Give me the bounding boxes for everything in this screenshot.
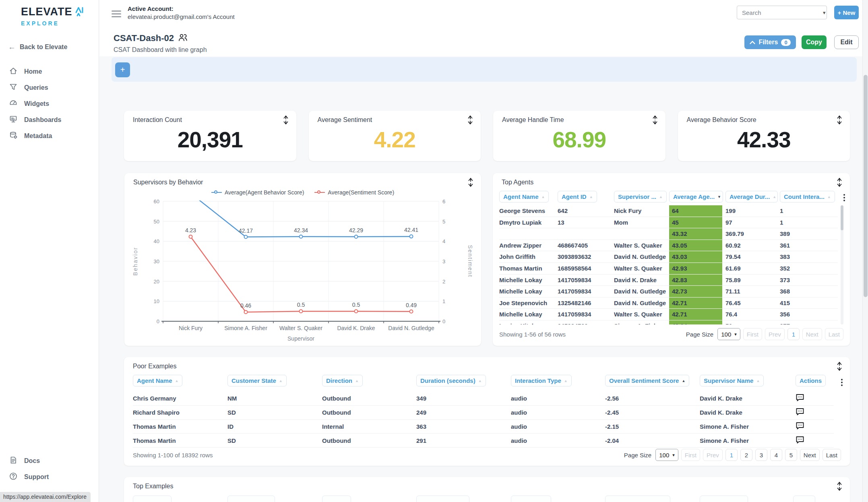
copy-button[interactable]: Copy — [802, 35, 827, 49]
top-agents-card: Top Agents Agent Name▲Agent ID▲Superviso… — [493, 173, 850, 346]
column-header-agent-name[interactable]: Agent Name▲ — [133, 375, 182, 386]
pager-5-button[interactable]: 5 — [785, 449, 797, 461]
sidebar-item-label: Queries — [24, 84, 48, 91]
column-header-overall-sentiment-score[interactable]: Overall Sentiment Score▲ — [605, 375, 689, 386]
legend-item[interactable]: Average(Sentiment Score) — [314, 189, 394, 196]
sidebar-item-queries[interactable]: Queries — [0, 80, 99, 96]
legend-item[interactable]: Average(Agent Behavior Score) — [211, 189, 304, 196]
expand-icon[interactable] — [835, 178, 843, 187]
sidebar-item-metadata[interactable]: Metadata — [0, 128, 99, 144]
expand-icon[interactable] — [835, 362, 843, 371]
table-row[interactable]: George Stevens642Nick Fury641991 — [499, 205, 838, 217]
top-agents-table-body: George Stevens642Nick Fury641991Dmytro L… — [499, 205, 838, 324]
search-input[interactable] — [741, 9, 823, 17]
column-header[interactable] — [133, 496, 172, 502]
column-header[interactable] — [416, 496, 469, 502]
cell: 76.45 — [725, 297, 780, 309]
support-icon — [9, 472, 18, 482]
filters-button[interactable]: Filters 0 — [744, 35, 796, 49]
cell: 13 — [558, 217, 614, 228]
sidebar-item-dashboards[interactable]: Dashboards — [0, 112, 99, 128]
comment-icon[interactable] — [796, 408, 834, 417]
sidebar-item-widgets[interactable]: Widgets — [0, 96, 99, 112]
expand-icon[interactable] — [835, 482, 843, 491]
chevron-up-icon — [750, 41, 755, 44]
cell: Simone A. Fisher — [614, 320, 669, 324]
top-agents-header-row: Agent Name▲Agent ID▲Supervisor ...▲Avera… — [499, 191, 838, 202]
pager-next-button[interactable]: Next — [800, 449, 820, 461]
pager-2-button[interactable]: 2 — [740, 449, 752, 461]
table-row[interactable]: John Griffith3093893632David N. Gutledge… — [499, 251, 838, 263]
page-scrollbar[interactable] — [862, 0, 868, 502]
column-header[interactable] — [322, 496, 351, 502]
table-row[interactable]: Joe Stepenovich1325482146David N. Gutled… — [499, 297, 838, 309]
column-menu-icon[interactable] — [843, 194, 845, 201]
expand-icon[interactable] — [651, 116, 659, 124]
pager-4-button[interactable]: 4 — [770, 449, 782, 461]
comment-icon[interactable] — [796, 422, 834, 431]
table-row[interactable]: 43.32369.79389 — [499, 228, 838, 240]
table-row[interactable]: Michelle Lokay1417059834David K. Drake42… — [499, 275, 838, 286]
edit-button[interactable]: Edit — [834, 35, 859, 49]
column-header-agent-id[interactable]: Agent ID▲ — [558, 191, 597, 202]
column-label: Direction — [326, 377, 352, 384]
column-header-direction[interactable]: Direction▲ — [322, 375, 363, 386]
hamburger-menu-icon[interactable] — [112, 10, 121, 19]
column-header-customer-state[interactable]: Customer State▲ — [227, 375, 287, 386]
sidebar-item-home[interactable]: Home — [0, 64, 99, 80]
pager-1-button[interactable]: 1 — [725, 449, 738, 461]
search-combobox[interactable]: ▾ — [737, 6, 827, 19]
page-size-select[interactable]: 100▾ — [655, 449, 678, 461]
table-row[interactable]: Michelle Lokay1417059834Walter S. Quaker… — [499, 309, 838, 320]
sidebar-item-support[interactable]: Support — [0, 469, 99, 485]
chevron-down-icon[interactable]: ▾ — [823, 10, 826, 16]
column-header[interactable] — [605, 496, 670, 502]
cell: Walter S. Quaker — [614, 240, 669, 251]
table-row[interactable]: Thomas MartinIDInternal363audio-2.15Simo… — [133, 420, 834, 434]
column-header[interactable] — [511, 496, 551, 502]
table-row[interactable]: Louise Kitchen645384729Simone A. Fisher4… — [499, 320, 838, 324]
svg-text:20: 20 — [154, 279, 159, 285]
column-header-interaction-type[interactable]: Interaction Type▲ — [511, 375, 572, 386]
expand-icon[interactable] — [466, 116, 474, 124]
table-row[interactable]: Richard ShapiroSDOutbound249audio-2.45Da… — [133, 406, 834, 420]
app-root: ELEVATE EXPLORE ← Back to Elevate HomeQu… — [0, 0, 868, 502]
pager-3-button[interactable]: 3 — [755, 449, 767, 461]
table-row[interactable]: Andrew Zipper468667405Walter S. Quaker43… — [499, 240, 838, 252]
table-row[interactable]: Thomas MartinSDOutbound291audio-2.04Simo… — [133, 434, 834, 448]
pager-1-button[interactable]: 1 — [787, 328, 800, 340]
column-header-average-dur[interactable]: Average Dur...▲ — [725, 191, 778, 202]
expand-icon[interactable] — [282, 116, 290, 124]
column-header-count-intera[interactable]: Count Intera...▲ — [780, 191, 835, 202]
cell: 249 — [416, 409, 511, 416]
page-size-select[interactable]: 100▾ — [717, 328, 740, 340]
back-to-elevate-link[interactable]: ← Back to Elevate — [8, 43, 67, 52]
comment-icon[interactable] — [796, 436, 834, 445]
column-header[interactable] — [793, 496, 815, 502]
column-header-duration-seconds[interactable]: Duration (seconds)▲ — [416, 375, 486, 386]
table-row[interactable]: Michelle Lokay1417059834David N. Gutledg… — [499, 286, 838, 297]
table-row[interactable]: Thomas Martin1685958564Walter S. Quaker4… — [499, 263, 838, 275]
expand-icon[interactable] — [467, 178, 475, 187]
kpi-row: Interaction Count20,391Average Sentiment… — [124, 111, 850, 161]
scrollbar-thumb[interactable] — [864, 75, 868, 297]
add-filter-button[interactable]: + — [115, 62, 130, 77]
comment-icon[interactable] — [796, 394, 834, 403]
column-menu-icon[interactable] — [841, 379, 843, 386]
new-button[interactable]: + New — [834, 6, 859, 19]
column-header[interactable] — [700, 496, 748, 502]
table-scrollbar[interactable] — [841, 205, 843, 324]
table-row[interactable]: Dmytro Lupiak13Mom45971 — [499, 217, 838, 229]
sidebar: ELEVATE EXPLORE ← Back to Elevate HomeQu… — [0, 0, 99, 502]
column-header-average-age[interactable]: Average Age...▼ — [669, 191, 723, 202]
column-header-actions[interactable]: Actions — [796, 375, 826, 386]
column-header-supervisor[interactable]: Supervisor ...▲ — [614, 191, 667, 202]
column-header-agent-name[interactable]: Agent Name▲ — [499, 191, 549, 202]
column-header[interactable] — [227, 496, 275, 502]
table-row[interactable]: Chris GermanyNMOutbound349audio-2.56Davi… — [133, 392, 834, 406]
expand-icon[interactable] — [835, 116, 843, 124]
column-header-supervisor-name[interactable]: Supervisor Name▲ — [700, 375, 764, 386]
cell: -2.56 — [605, 395, 700, 402]
pager-last-button[interactable]: Last — [823, 449, 841, 461]
sidebar-item-docs[interactable]: Docs — [0, 453, 99, 469]
